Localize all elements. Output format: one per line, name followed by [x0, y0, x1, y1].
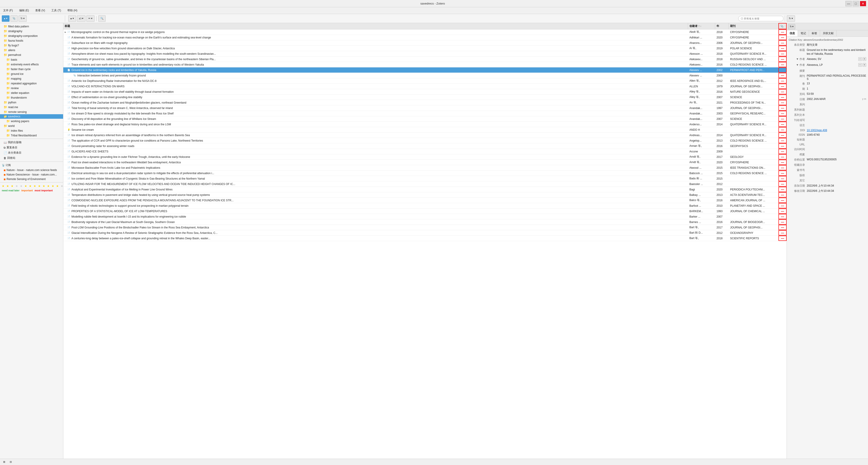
col-header-journal[interactable]: 期刊	[729, 23, 778, 29]
table-row[interactable]: 📄 Analytical and Experimental Investigat…	[63, 187, 786, 192]
info-value-language[interactable]	[807, 123, 866, 127]
info-value-issn[interactable]: 1045-6740	[807, 133, 866, 136]
sidebar-item-strat-comp[interactable]: 📁 stratigraphy-composition	[0, 33, 63, 38]
info-toolbar-sync-button[interactable]: ↻ ▾	[788, 24, 795, 29]
table-row[interactable]: 📄 A centuries-long delay between a paleo…	[63, 236, 786, 241]
sidebar-feed-nature-geo[interactable]: ◼ Nature Geoscience - Issue - nature.com…	[0, 172, 63, 177]
sidebar-item-aliens[interactable]: 📁 aliens	[0, 48, 63, 53]
sidebar-item-basis[interactable]: 📁 basis	[0, 57, 63, 62]
tag-need-read[interactable]: need read later	[2, 189, 20, 192]
bottom-view-button[interactable]: ⊞	[2, 460, 6, 464]
star-6[interactable]: ★	[24, 184, 27, 188]
table-row[interactable]: 📄 A kinematic formalism for tracking ice…	[63, 35, 786, 40]
sidebar-item-python[interactable]: 📁 python	[0, 100, 63, 105]
info-value-journal-abbr[interactable]	[807, 118, 866, 122]
info-value-title[interactable]: Ground ice in the sedimentary rocks and …	[807, 48, 866, 56]
star-10[interactable]: ★	[42, 184, 45, 188]
sidebar-feed-nature[interactable]: ◼ Nature - Issue - nature.com science fe…	[0, 168, 63, 172]
sidebar-item-steller[interactable]: 📁 steller equation	[0, 90, 63, 95]
star-7[interactable]: ★	[29, 184, 32, 188]
edit-dropdown[interactable]: ▾	[91, 17, 92, 20]
table-row[interactable]: 📄 Field testing of robotic technologies …	[63, 203, 786, 209]
tag-important[interactable]: important	[21, 189, 33, 192]
sidebar-item-review[interactable]: 📁 review	[0, 86, 63, 90]
table-row[interactable]: 📄 Modelling rubble field development at …	[63, 214, 786, 219]
table-row[interactable]: 📄 Geochemistry of ground ice, saline gro…	[63, 57, 786, 62]
search-input[interactable]	[738, 16, 783, 21]
sidebar-item-unfiled[interactable]: 📄 未分类条目	[0, 150, 63, 155]
table-row[interactable]: 📄 COSMOGENIC-NUCLIDE EXPOSURE AGES FROM …	[63, 198, 786, 203]
table-row[interactable]: 📄 Post-LGM Grounding-Line Positions of t…	[63, 225, 786, 230]
edit-button[interactable]: ✏ ▾	[86, 16, 94, 22]
table-row[interactable]: 📄 GLACIERS AND ICE SHEETS Arcone 2009 —	[63, 149, 786, 154]
tab-info[interactable]: 信息	[787, 30, 798, 36]
sidebar-item-stratigraphy[interactable]: 📁 stratigraphy	[0, 29, 63, 33]
table-row[interactable]: 📄 Trace elements and rare earth elements…	[63, 62, 786, 67]
add-attachment-button[interactable]: 📎	[10, 16, 18, 22]
table-row[interactable]: 📄 Atmosphere-driven ice sheet mass loss …	[63, 51, 786, 57]
info-value-library[interactable]	[807, 163, 866, 167]
tag-button[interactable]: 🏷 ▾	[77, 16, 86, 22]
sidebar-item-permafrost[interactable]: 📁 permafrost	[0, 53, 63, 57]
table-row[interactable]: 📄 Microwave Backscatter From Arctic Lake…	[63, 165, 786, 170]
table-row[interactable]: 📄 Ocean melting of the Zachariae Isstrøm…	[63, 100, 786, 105]
sidebar-item-fly[interactable]: 📁 fly bugs?	[0, 43, 63, 48]
star-9[interactable]: ★	[38, 184, 41, 188]
info-value-archive-loc[interactable]: WOS:000175195200005	[807, 158, 866, 162]
table-row[interactable]: 📄 Discovery of till deposition at the gr…	[63, 116, 786, 122]
table-row[interactable]: 📄 Biodiversity signature of the Last Gla…	[63, 219, 786, 225]
star-4[interactable]: ★	[16, 184, 18, 188]
table-row[interactable]: 📄 VOLCANO-ICE INTERACTIONS ON MARS ALLEN…	[63, 84, 786, 89]
table-row[interactable]: 📄 Evidence for a dynamic grounding line …	[63, 154, 786, 160]
info-value-date[interactable]: 2002 JAN-MAR	[807, 97, 861, 101]
table-row[interactable]: 📄 Glacial Intensification During the Neo…	[63, 230, 786, 236]
table-row[interactable]: 📄 Ice stream retreat dynamics inferred f…	[63, 132, 786, 138]
sidebar-item-fauna[interactable]: 📁 fauna fossils	[0, 38, 63, 43]
sync-dropdown[interactable]: ▾	[23, 17, 25, 20]
info-value-url[interactable]	[807, 143, 866, 146]
sidebar-item-my-publications[interactable]: 📖 我的出版物	[0, 140, 63, 145]
sidebar-item-faster[interactable]: 📁 faster than cycle	[0, 67, 63, 71]
author-plus-btn-1[interactable]: +	[863, 57, 866, 61]
table-row[interactable]: 📄 Ground ice in the sedimentary rocks an…	[63, 67, 786, 73]
info-sync-dropdown[interactable]: ▾	[792, 17, 793, 20]
table-row[interactable]: ▶📄 Microtopographic control on the groun…	[63, 29, 786, 35]
new-note-button[interactable]: ● ▾	[68, 16, 76, 22]
star-3[interactable]: ★	[11, 184, 13, 188]
table-row[interactable]: 📄 Ice content and Pore Water Mineralisat…	[63, 176, 786, 181]
star-8[interactable]: ★	[33, 184, 36, 188]
info-toolbar-dropdown[interactable]: ▾	[792, 25, 794, 28]
col-header-year[interactable]: 年	[715, 23, 729, 29]
sidebar-item-remote[interactable]: 📁 remote sensing	[0, 110, 63, 114]
info-value-abstract[interactable]	[807, 69, 866, 73]
sidebar-item-index[interactable]: 📁 index files	[0, 128, 63, 133]
info-value-series-title[interactable]	[807, 108, 866, 112]
table-row[interactable]: 📄 Antarctic Ice Depthsounding Radar Inst…	[63, 78, 786, 84]
tab-related[interactable]: 关联文献	[820, 30, 837, 36]
menu-edit[interactable]: 编辑 (E)	[18, 8, 30, 13]
info-value-call-number[interactable]	[807, 168, 866, 172]
col-header-title[interactable]: 标题	[63, 23, 688, 29]
info-value-volume[interactable]: 13	[807, 82, 866, 86]
tag-dropdown[interactable]: ▾	[82, 17, 84, 20]
author-minus-btn-1[interactable]: −	[858, 57, 862, 61]
table-row[interactable]: 📎 Interaction between brines and perenni…	[63, 73, 786, 78]
info-value-rights[interactable]	[807, 174, 866, 177]
info-value-doi[interactable]: 10.1002/ppp.408	[807, 129, 866, 132]
table-row[interactable]: 📄 Ross Sea paleo-ice sheet drainage and …	[63, 122, 786, 127]
star-5[interactable]: ★	[20, 184, 23, 188]
info-value-short-title[interactable]	[807, 138, 866, 142]
info-value-pages[interactable]: 53-59	[807, 92, 866, 96]
tab-tags[interactable]: 标签	[809, 30, 820, 36]
star-2[interactable]: ★	[6, 184, 9, 188]
info-value-archive[interactable]	[807, 153, 866, 156]
sidebar-item-trash[interactable]: 🗑 回收站	[0, 155, 63, 161]
sidebar-item-thunder[interactable]: 📁 thunderstorm	[0, 95, 63, 100]
sidebar-item-mapping[interactable]: 📁 mapping	[0, 76, 63, 81]
table-row[interactable]: 📄 Past ice sheet-seabed interactions in …	[63, 160, 786, 165]
sidebar-item-tribal[interactable]: 📁 Tribal files/dashboard	[0, 133, 63, 138]
new-item-dropdown[interactable]: ▾	[6, 17, 7, 20]
star-1[interactable]: ★	[2, 184, 4, 188]
info-value-series[interactable]	[807, 103, 866, 106]
sidebar-item-savedrecs[interactable]: 📁 savedrecs	[0, 114, 63, 119]
